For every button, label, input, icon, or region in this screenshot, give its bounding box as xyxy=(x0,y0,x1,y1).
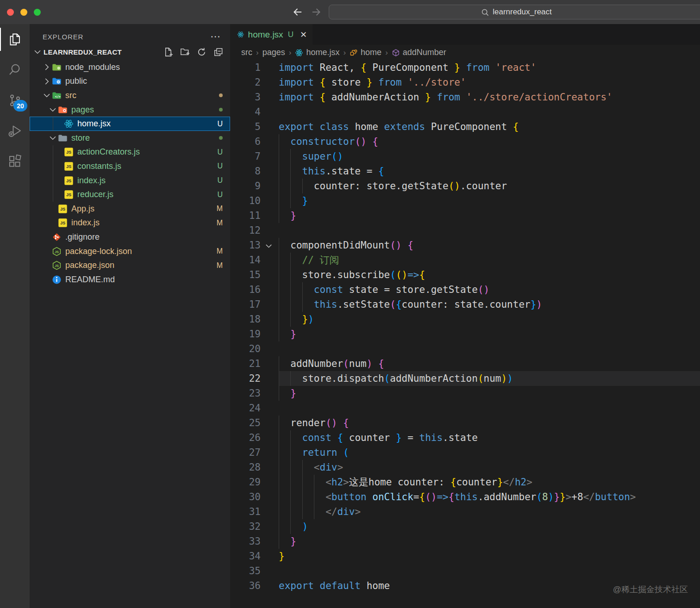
tree-item-package-json[interactable]: JSpackage.jsonM xyxy=(30,258,230,273)
code-line-23[interactable]: 23 } xyxy=(230,386,700,401)
code-line-24[interactable]: 24 xyxy=(230,401,700,416)
code-line-13[interactable]: 13 componentDidMount() { xyxy=(230,238,700,253)
code-line-26[interactable]: 26 const { counter } = this.state xyxy=(230,430,700,445)
code-line-17[interactable]: 17 this.setState({counter: state.counter… xyxy=(230,297,700,312)
code-line-22[interactable]: 22 store.dispatch(addNumberAction(num)) xyxy=(230,371,700,386)
tab-home-jsx[interactable]: home.jsx U ✕ xyxy=(230,24,312,45)
code-line-12[interactable]: 12 xyxy=(230,223,700,238)
code-line-34[interactable]: 34} xyxy=(230,549,700,564)
extensions-icon xyxy=(7,154,22,169)
tree-item--gitignore[interactable]: .gitignore xyxy=(30,230,230,244)
tree-root-header[interactable]: LEARNREDUX_REACT xyxy=(30,44,230,59)
code-line-20[interactable]: 20 xyxy=(230,341,700,356)
close-tab-icon[interactable]: ✕ xyxy=(300,30,307,40)
forward-arrow-icon[interactable] xyxy=(310,6,322,18)
code-line-30[interactable]: 30 <button onClick={()=>{this.addNumber(… xyxy=(230,490,700,504)
chevron-spacer xyxy=(54,147,64,157)
breadcrumb-item-pages[interactable]: pages xyxy=(262,48,285,57)
indent-guide xyxy=(53,174,53,188)
code-line-16[interactable]: 16 const state = store.getState() xyxy=(230,282,700,297)
tree-item-store[interactable]: store xyxy=(30,131,230,145)
activity-explorer[interactable] xyxy=(0,24,30,55)
breadcrumb-item-home-jsx[interactable]: home.jsx xyxy=(295,48,339,57)
tree-item-node-modules[interactable]: node_modules xyxy=(30,60,230,74)
activity-source-control[interactable]: 20 xyxy=(0,85,30,116)
back-arrow-icon[interactable] xyxy=(292,6,304,18)
refresh-icon[interactable] xyxy=(196,47,207,57)
new-folder-icon[interactable] xyxy=(180,47,190,57)
code-line-7[interactable]: 7 super() xyxy=(230,149,700,164)
git-status-badge: U xyxy=(217,120,223,128)
more-actions-icon[interactable]: ⋯ xyxy=(210,34,221,39)
code-line-10[interactable]: 10 } xyxy=(230,193,700,208)
tree-item-reducer-js[interactable]: JSreducer.jsU xyxy=(30,187,230,202)
code-line-9[interactable]: 9 counter: store.getState().counter xyxy=(230,179,700,193)
breadcrumb-item-src[interactable]: src xyxy=(241,48,252,57)
code-content: }) xyxy=(279,312,700,327)
code-line-18[interactable]: 18 }) xyxy=(230,312,700,327)
tree-item-public[interactable]: public xyxy=(30,74,230,89)
activity-extensions[interactable] xyxy=(0,146,30,177)
maximize-window-button[interactable] xyxy=(34,9,41,16)
git-status-dot xyxy=(219,108,223,112)
close-window-button[interactable] xyxy=(7,9,14,16)
collapse-folders-icon[interactable] xyxy=(213,47,224,57)
chevron-right-icon[interactable] xyxy=(42,76,52,87)
code-line-11[interactable]: 11 } xyxy=(230,208,700,223)
command-center-search[interactable]: learnredux_react xyxy=(329,5,700,19)
tree-item-home-jsx[interactable]: home.jsxU xyxy=(30,117,230,131)
code-line-32[interactable]: 32 ) xyxy=(230,519,700,534)
new-file-icon[interactable] xyxy=(163,47,174,57)
code-line-29[interactable]: 29 <h2>这是home counter: {counter}</h2> xyxy=(230,475,700,490)
git-status-badge: M xyxy=(217,261,223,270)
code-line-27[interactable]: 27 return ( xyxy=(230,445,700,460)
git-icon xyxy=(52,232,62,242)
code-line-3[interactable]: 3import { addNumberAction } from '../sto… xyxy=(230,90,700,105)
chevron-right-icon[interactable] xyxy=(42,62,52,72)
tree-item-index-js[interactable]: JSindex.jsU xyxy=(30,174,230,188)
js-icon: JS xyxy=(64,176,74,186)
code-editor[interactable]: 1import React, { PureComponent } from 'r… xyxy=(230,60,700,608)
code-line-15[interactable]: 15 store.subscribe(()=>{ xyxy=(230,267,700,282)
code-line-19[interactable]: 19 } xyxy=(230,327,700,341)
line-number: 31 xyxy=(230,504,261,519)
tree-item-readme-md[interactable]: README.md xyxy=(30,273,230,287)
gutter xyxy=(261,549,279,564)
code-line-4[interactable]: 4 xyxy=(230,105,700,119)
code-line-31[interactable]: 31 </div> xyxy=(230,504,700,519)
code-content: } xyxy=(279,549,700,564)
code-line-14[interactable]: 14 // 订阅 xyxy=(230,253,700,267)
tree-item-actioncreators-js[interactable]: JSactionCreators.jsU xyxy=(30,145,230,160)
code-line-2[interactable]: 2import { store } from '../store' xyxy=(230,75,700,90)
code-line-1[interactable]: 1import React, { PureComponent } from 'r… xyxy=(230,60,700,75)
minimize-window-button[interactable] xyxy=(20,9,27,16)
activity-run-debug[interactable] xyxy=(0,116,30,146)
breadcrumb-item-addnumber[interactable]: addNumber xyxy=(392,48,446,57)
chevron-down-icon[interactable] xyxy=(48,105,58,115)
code-line-35[interactable]: 35 xyxy=(230,564,700,578)
code-line-8[interactable]: 8 this.state = { xyxy=(230,164,700,179)
chevron-down-icon[interactable] xyxy=(48,133,58,143)
tree-item-pages[interactable]: pages xyxy=(30,103,230,117)
line-number: 22 xyxy=(230,371,261,386)
tree-item-index-js[interactable]: JSindex.jsM xyxy=(30,216,230,230)
tree-item-app-js[interactable]: JSApp.jsM xyxy=(30,202,230,216)
indent-guide xyxy=(290,193,291,208)
chevron-down-icon[interactable] xyxy=(42,90,52,100)
code-line-33[interactable]: 33 } xyxy=(230,534,700,549)
fold-chevron-icon[interactable] xyxy=(264,240,274,250)
tree-item-package-lock-json[interactable]: JSpackage-lock.jsonM xyxy=(30,244,230,259)
activity-search[interactable] xyxy=(0,55,30,85)
code-line-25[interactable]: 25 render() { xyxy=(230,416,700,430)
code-line-5[interactable]: 5export class home extends PureComponent… xyxy=(230,119,700,134)
breadcrumb-item-home[interactable]: home xyxy=(350,48,381,57)
tree-item-src[interactable]: </>src xyxy=(30,88,230,103)
git-status-badge: U xyxy=(217,191,223,199)
code-line-36[interactable]: 36export default home xyxy=(230,578,700,593)
code-line-21[interactable]: 21 addNumber(num) { xyxy=(230,356,700,371)
code-line-6[interactable]: 6 constructor() { xyxy=(230,134,700,149)
code-line-28[interactable]: 28 <div> xyxy=(230,460,700,475)
vscode-window: learnredux_react 20 EXPLORER ⋯ LEARNREDU… xyxy=(0,0,700,608)
tab-label: home.jsx xyxy=(248,30,283,40)
tree-item-constants-js[interactable]: JSconstants.jsU xyxy=(30,159,230,174)
